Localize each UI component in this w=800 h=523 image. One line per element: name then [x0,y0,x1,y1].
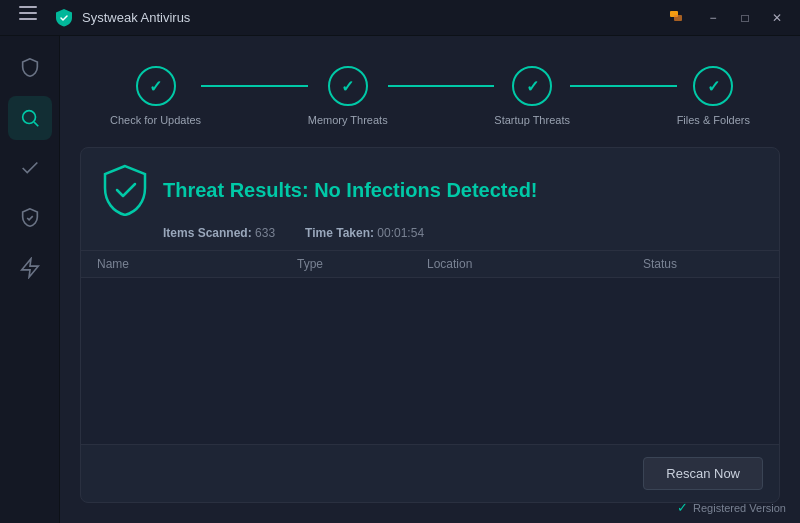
sidebar-item-guard[interactable] [8,196,52,240]
sidebar [0,36,60,523]
app-title: Systweak Antivirus [82,10,190,25]
shield-success-icon [101,164,149,216]
results-panel: Threat Results: No Infections Detected! … [80,147,780,503]
results-title-block: Threat Results: No Infections Detected! [163,179,538,202]
title-bar-left: Systweak Antivirus [10,0,668,41]
step-3-label: Startup Threats [494,114,570,126]
notification-icon[interactable] [668,9,686,27]
step-startup-threats: ✓ Startup Threats [494,66,570,126]
main-content: ✓ Check for Updates ✓ Memory Threats ✓ S… [60,36,800,523]
col-name: Name [97,257,297,271]
time-taken: Time Taken: 00:01:54 [305,226,424,240]
registered-text: Registered Version [693,502,786,514]
step-line-2 [388,85,495,87]
results-status-text: No Infections Detected! [314,179,537,201]
col-location: Location [427,257,643,271]
steps-progress: ✓ Check for Updates ✓ Memory Threats ✓ S… [80,56,780,131]
svg-rect-1 [674,15,682,21]
hamburger-line-1 [19,6,37,8]
results-table: Name Type Location Status [81,250,779,444]
sidebar-item-scan[interactable] [8,96,52,140]
table-body [81,278,779,444]
results-header: Threat Results: No Infections Detected! [81,148,779,226]
sidebar-item-boost[interactable] [8,246,52,290]
results-footer: Rescan Now [81,444,779,502]
step-4-label: Files & Folders [677,114,750,126]
app-logo-icon [54,8,74,28]
step-line-3 [570,85,677,87]
sidebar-item-protection[interactable] [8,46,52,90]
step-check-updates: ✓ Check for Updates [110,66,201,126]
col-status: Status [643,257,763,271]
status-bar: ✓ Registered Version [677,500,786,515]
step-2-label: Memory Threats [308,114,388,126]
registered-icon: ✓ [677,500,688,515]
results-title: Threat Results: No Infections Detected! [163,179,538,202]
maximize-button[interactable]: □ [732,8,758,28]
title-bar-controls: − □ ✕ [668,8,790,28]
hamburger-line-2 [19,12,37,14]
table-header: Name Type Location Status [81,250,779,278]
menu-button[interactable] [10,0,46,31]
step-4-circle: ✓ [693,66,733,106]
items-scanned: Items Scanned: 633 [163,226,275,240]
step-1-circle: ✓ [136,66,176,106]
rescan-now-button[interactable]: Rescan Now [643,457,763,490]
minimize-button[interactable]: − [700,8,726,28]
step-2-circle: ✓ [328,66,368,106]
close-button[interactable]: ✕ [764,8,790,28]
step-files-folders: ✓ Files & Folders [677,66,750,126]
step-1-label: Check for Updates [110,114,201,126]
sidebar-item-check[interactable] [8,146,52,190]
step-line-1 [201,85,308,87]
results-meta: Items Scanned: 633 Time Taken: 00:01:54 [81,226,779,250]
step-memory-threats: ✓ Memory Threats [308,66,388,126]
svg-point-2 [22,111,35,124]
col-type: Type [297,257,427,271]
step-3-circle: ✓ [512,66,552,106]
title-bar: Systweak Antivirus − □ ✕ [0,0,800,36]
app-body: ✓ Check for Updates ✓ Memory Threats ✓ S… [0,36,800,523]
hamburger-line-3 [19,18,37,20]
svg-line-3 [34,122,38,126]
